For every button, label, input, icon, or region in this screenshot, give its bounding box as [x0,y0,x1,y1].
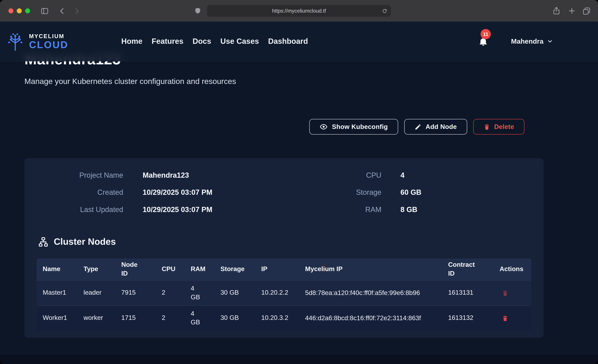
detail-value: 60 GB [400,188,421,197]
user-menu[interactable]: Mahendra [511,37,553,45]
page: Mahendra123 [0,22,598,364]
cell-node-id: 7915 [115,289,156,297]
cluster-nodes-header: Cluster Nodes [38,236,116,247]
cluster-actions: Show Kubeconfig Add Node Delete [309,119,524,134]
pencil-icon [415,123,421,130]
col-contract-id: Contract ID [442,261,493,278]
cell-cpu: 2 [156,289,185,297]
nav-link-dashboard[interactable]: Dashboard [268,37,308,46]
page-subtitle: Manage your Kubernetes cluster configura… [25,77,236,86]
detail-label: Last Updated [38,205,123,214]
hierarchy-icon [38,237,49,247]
notifications-button[interactable]: 11 [478,36,488,46]
nav-link-use-cases[interactable]: Use Cases [220,37,259,46]
share-icon[interactable] [552,7,561,15]
cell-name: Master1 [37,289,77,297]
delete-label: Delete [494,123,514,131]
col-mycelium-ip: Mycelium IP [299,265,442,273]
sidebar-toggle-icon[interactable] [41,7,49,15]
cell-ram: 4 GB [184,285,214,301]
cluster-details-card: Project Name Mahendra123 Created 10/29/2… [25,158,543,338]
cell-actions [493,290,531,296]
nodes-table: Name Type Node ID CPU RAM Storage IP Myc… [37,258,531,331]
browser-chrome: https://myceliumcloud.tf [0,0,598,22]
table-row: Worker1 worker 1715 2 4 GB 30 GB 10.20.3… [37,306,531,331]
col-storage: Storage [214,265,255,273]
col-node-id: Node ID [115,261,156,278]
window-zoom-button[interactable] [25,8,30,13]
detail-row: RAM 8 GB [320,201,421,218]
detail-row: CPU 4 [320,166,421,184]
add-node-button[interactable]: Add Node [404,119,467,134]
cell-mycelium-ip: 446:d2a6:8bcd:8c16:ff0f:72e2:3114:863f [299,314,442,323]
user-name: Mahendra [511,37,543,45]
chevron-down-icon [547,38,553,44]
reload-icon[interactable] [382,8,387,14]
cell-contract-id: 1613131 [442,289,493,297]
col-ram: RAM [184,265,214,273]
cell-actions [493,315,531,322]
back-icon[interactable] [58,7,66,15]
top-navigation: MYCELIUM CLOUD Home Features Docs Use Ca… [0,22,598,61]
nav-link-features[interactable]: Features [152,37,183,46]
detail-row: Created 10/29/2025 03:07 PM [38,184,212,201]
nav-link-home[interactable]: Home [121,37,142,46]
delete-node-button[interactable] [502,315,508,322]
url-text: https://myceliumcloud.tf [272,8,326,14]
notification-badge: 11 [481,29,491,39]
logo-line2: CLOUD [29,40,68,50]
footer-strip [0,355,598,364]
cell-ip: 10.20.2.2 [255,289,299,297]
detail-row: Last Updated 10/29/2025 03:07 PM [38,201,212,218]
brand-logo-text: MYCELIUM CLOUD [29,33,68,50]
detail-value: Mahendra123 [142,171,189,180]
eye-icon [320,123,328,131]
cell-cpu: 2 [156,314,185,322]
forward-icon[interactable] [73,7,81,15]
brand-logo[interactable]: MYCELIUM CLOUD [5,32,68,51]
nav-link-docs[interactable]: Docs [192,37,211,46]
detail-row: Project Name Mahendra123 [38,166,212,184]
cell-storage: 30 GB [214,289,255,297]
trash-icon [483,123,490,130]
new-tab-icon[interactable] [568,7,576,15]
window-close-button[interactable] [8,8,13,13]
col-cpu: CPU [156,265,185,273]
cell-storage: 30 GB [214,314,255,322]
detail-value: 4 [400,171,405,180]
cell-name: Worker1 [37,314,77,322]
nav-links: Home Features Docs Use Cases Dashboard [121,22,308,61]
detail-label: Created [38,188,123,197]
col-name: Name [37,265,77,273]
detail-label: Storage [320,188,382,197]
table-header-row: Name Type Node ID CPU RAM Storage IP Myc… [37,258,531,280]
cell-type: worker [77,314,115,322]
col-actions: Actions [493,265,531,273]
details-right-column: CPU 4 Storage 60 GB RAM 8 GB [320,166,421,218]
col-type: Type [77,265,115,273]
cell-ip: 10.20.3.2 [255,314,299,322]
mycelium-logo-icon [5,32,25,51]
browser-window: https://myceliumcloud.tf Mah [0,0,598,364]
table-row: Master1 leader 7915 2 4 GB 30 GB 10.20.2… [37,280,531,306]
details-left-column: Project Name Mahendra123 Created 10/29/2… [38,166,212,218]
detail-label: CPU [320,171,382,180]
detail-value: 10/29/2025 03:07 PM [142,188,212,197]
show-kubeconfig-label: Show Kubeconfig [332,123,388,131]
detail-label: RAM [320,205,382,214]
detail-row: Storage 60 GB [320,184,421,201]
window-minimize-button[interactable] [17,8,22,13]
detail-value: 10/29/2025 03:07 PM [142,205,212,214]
address-bar[interactable]: https://myceliumcloud.tf [207,5,391,17]
tab-overview-icon[interactable] [582,7,591,15]
show-kubeconfig-button[interactable]: Show Kubeconfig [309,119,398,134]
add-node-label: Add Node [425,123,457,131]
detail-value: 8 GB [400,205,417,214]
delete-cluster-button[interactable]: Delete [473,119,524,134]
cell-contract-id: 1613132 [442,314,493,322]
cell-mycelium-ip: 5d8:78ea:a120:f40c:ff0f:a5fe:99e6:8b96 [299,289,442,298]
cell-node-id: 1715 [115,314,156,322]
cell-ram: 4 GB [184,310,214,327]
privacy-shield-icon[interactable] [194,7,201,15]
delete-node-button[interactable] [502,290,508,296]
